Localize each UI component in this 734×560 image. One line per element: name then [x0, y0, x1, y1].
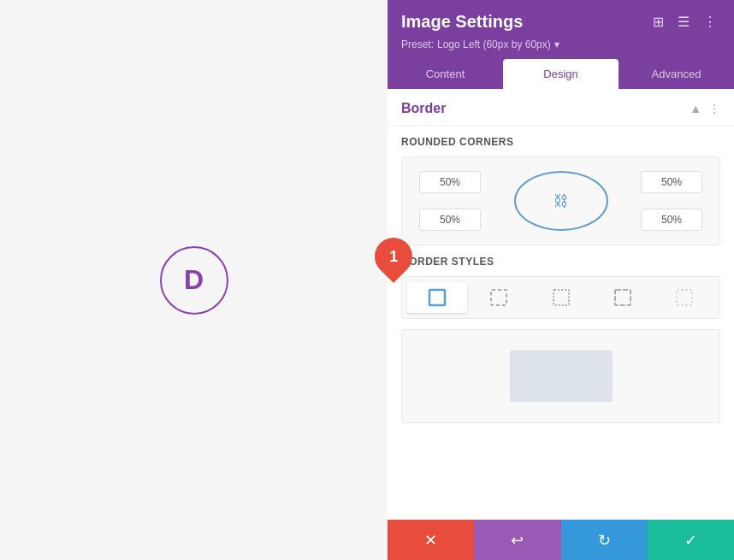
preset-label: Preset:: [401, 38, 434, 50]
dashed2-border-icon: [551, 287, 571, 308]
settings-panel: Image Settings ⊞ ☰ ⋮ Preset: Logo Left (…: [388, 0, 734, 560]
svg-rect-1: [491, 290, 506, 305]
canvas-area: D: [0, 0, 388, 560]
svg-rect-2: [553, 290, 569, 305]
border-style-dashed1[interactable]: [469, 282, 529, 313]
corner-bottom-left-input[interactable]: [419, 209, 481, 231]
panel-title: Image Settings: [401, 12, 523, 32]
link-corners-button[interactable]: ⛓: [514, 171, 608, 231]
preset-chevron[interactable]: ▾: [554, 38, 559, 50]
rounded-corners-label: Rounded Corners: [401, 136, 720, 148]
tab-advanced[interactable]: Advanced: [619, 59, 734, 89]
redo-icon: ↻: [598, 531, 611, 550]
redo-button[interactable]: ↻: [561, 520, 648, 560]
border-styles-subsection: Border Styles: [388, 256, 734, 329]
border-style-solid[interactable]: [407, 282, 467, 313]
cancel-icon: ✕: [424, 531, 437, 550]
svg-rect-3: [615, 290, 630, 305]
bottom-toolbar: ✕ ↩ ↻ ✓: [388, 519, 734, 560]
border-section-header: Border ▲ ⋮: [388, 89, 734, 126]
section-actions: ▲ ⋮: [690, 102, 720, 115]
layout-icon[interactable]: ☰: [674, 12, 693, 32]
preset-row: Preset: Logo Left (60px by 60px) ▾: [401, 38, 720, 50]
link-icon: ⛓: [553, 192, 569, 210]
border-preview-area: [401, 329, 720, 423]
reset-button[interactable]: ↩: [474, 520, 560, 560]
corner-top-right-input[interactable]: [641, 171, 702, 193]
rounded-corners-subsection: Rounded Corners ⛓: [388, 126, 734, 256]
border-styles-label: Border Styles: [401, 256, 720, 268]
no-border-icon: [674, 287, 695, 308]
border-style-dashed2[interactable]: [530, 282, 590, 313]
save-icon: ✓: [684, 531, 697, 550]
tab-design[interactable]: Design: [503, 59, 619, 89]
panel-title-row: Image Settings ⊞ ☰ ⋮: [401, 12, 720, 32]
divi-logo: D: [160, 246, 228, 315]
border-style-dashed3[interactable]: [593, 282, 653, 313]
copy-icon[interactable]: ⊞: [649, 12, 667, 32]
border-section-title: Border: [401, 101, 446, 116]
section-more-icon[interactable]: ⋮: [708, 102, 720, 115]
preset-value[interactable]: Logo Left (60px by 60px): [437, 38, 551, 50]
svg-rect-4: [677, 290, 692, 305]
preview-box: [510, 351, 613, 402]
dashed1-border-icon: [488, 287, 509, 308]
panel-tabs: Content Design Advanced: [388, 59, 734, 89]
corner-bottom-right-input[interactable]: [641, 209, 702, 231]
dashed3-border-icon: [613, 287, 633, 308]
reset-icon: ↩: [511, 531, 524, 550]
corner-top-left-input[interactable]: [419, 171, 481, 193]
border-style-buttons: [401, 276, 720, 319]
corners-container: ⛓: [401, 156, 720, 245]
svg-rect-0: [429, 290, 445, 305]
more-icon[interactable]: ⋮: [700, 12, 720, 32]
cancel-button[interactable]: ✕: [388, 520, 474, 560]
panel-body: Border ▲ ⋮ Rounded Corners ⛓: [388, 89, 734, 519]
solid-border-icon: [427, 287, 447, 308]
panel-header: Image Settings ⊞ ☰ ⋮ Preset: Logo Left (…: [388, 0, 734, 59]
header-icons: ⊞ ☰ ⋮: [649, 12, 720, 32]
border-style-none[interactable]: [654, 282, 714, 313]
collapse-icon[interactable]: ▲: [690, 102, 701, 115]
tab-content[interactable]: Content: [388, 59, 503, 89]
corners-grid: ⛓: [416, 171, 706, 231]
save-button[interactable]: ✓: [648, 520, 734, 560]
